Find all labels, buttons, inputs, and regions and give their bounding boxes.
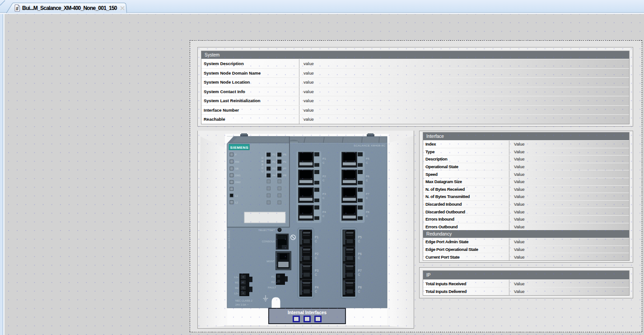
svg-text:C: C (358, 290, 360, 293)
svg-text:C: C (322, 161, 325, 164)
svg-text:NEC CLASS 2: NEC CLASS 2 (235, 299, 252, 302)
svg-text:DM2: DM2 (235, 181, 241, 184)
svg-text:P2: P2 (315, 252, 319, 255)
svg-text:P6: P6 (366, 175, 369, 178)
svg-text:C: C (366, 196, 368, 199)
svg-text:P8: P8 (283, 174, 286, 177)
svg-text:F: F (235, 153, 237, 156)
svg-text:C: C (358, 256, 360, 260)
svg-text:SELECT/SET: SELECT/SET (258, 229, 275, 231)
svg-text:C: C (315, 273, 317, 276)
svg-text:#: # (16, 6, 19, 11)
svg-text:P7: P7 (358, 269, 362, 272)
svg-text:SCALANCE XM408-8C: SCALANCE XM408-8C (354, 144, 386, 147)
svg-text:SB: SB (235, 167, 239, 170)
svg-text:C: C (322, 179, 325, 182)
svg-text:C: C (322, 214, 325, 217)
svg-text:L1+: L1+ (234, 276, 239, 278)
svg-text:M2: M2 (235, 287, 238, 289)
svg-text:6GK5 408-8GR00: 6GK5 408-8GR00 (228, 230, 230, 248)
svg-text:P1: P1 (315, 236, 319, 239)
svg-text:24V 2.0A ⎓: 24V 2.0A ⎓ (235, 303, 249, 306)
svg-text:P2: P2 (272, 160, 275, 163)
svg-text:P5: P5 (366, 157, 369, 160)
svg-text:P2: P2 (322, 175, 326, 178)
svg-text:P6: P6 (283, 160, 286, 163)
svg-text:P3: P3 (272, 167, 275, 170)
svg-text:P3: P3 (315, 269, 319, 272)
svg-text:L2: L2 (235, 201, 238, 204)
svg-text:C: C (358, 240, 360, 243)
svg-text:DM1: DM1 (235, 174, 241, 177)
svg-text:L1: L1 (235, 194, 238, 197)
svg-text:C: C (366, 179, 368, 182)
svg-text:P4: P4 (322, 210, 326, 213)
svg-text:C: C (315, 240, 317, 243)
svg-text:P8: P8 (358, 286, 362, 289)
svg-text:SIEMENS: SIEMENS (230, 146, 249, 150)
svg-text:P1: P1 (322, 157, 326, 160)
svg-text:P7: P7 (283, 167, 286, 170)
svg-text:C: C (322, 196, 325, 199)
svg-text:F1: F1 (271, 275, 275, 278)
svg-text:F2: F2 (271, 281, 275, 283)
svg-text:P4: P4 (315, 286, 319, 289)
svg-text:M1: M1 (235, 281, 238, 284)
svg-text:C: C (315, 290, 317, 293)
svg-text:RM: RM (235, 160, 239, 163)
svg-text:P5: P5 (283, 153, 286, 156)
svg-text:P4: P4 (272, 174, 276, 177)
svg-text:P5: P5 (358, 236, 362, 239)
svg-text:P3: P3 (322, 192, 326, 195)
svg-text:CONSOLE: CONSOLE (262, 240, 275, 243)
svg-text:FAULT: FAULT (268, 286, 276, 289)
svg-text:P8: P8 (366, 210, 369, 213)
svg-text:C: C (358, 273, 360, 276)
svg-text:C: C (366, 161, 368, 164)
svg-text:P1: P1 (272, 153, 275, 156)
svg-text:MGNT: MGNT (266, 260, 275, 263)
svg-text:P6: P6 (358, 252, 362, 255)
svg-text:C: C (366, 214, 368, 217)
svg-text:L2+: L2+ (234, 292, 239, 295)
svg-text:P7: P7 (366, 192, 369, 195)
svg-text:C: C (315, 256, 317, 260)
